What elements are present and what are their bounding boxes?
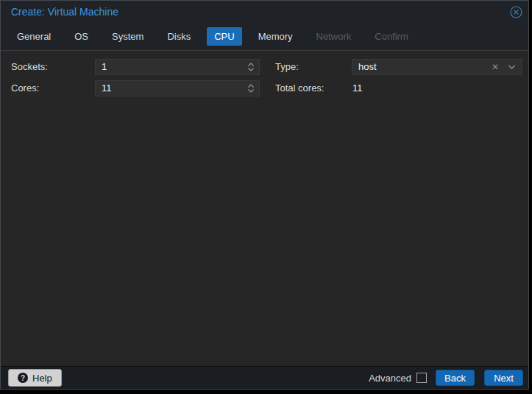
sockets-value[interactable]: 1 xyxy=(96,60,243,74)
tab-confirm: Confirm xyxy=(367,27,416,46)
type-label: Type: xyxy=(275,59,299,75)
tab-cpu[interactable]: CPU xyxy=(207,27,241,46)
chevron-up-icon xyxy=(247,62,255,67)
clear-icon[interactable]: ✕ xyxy=(486,60,505,74)
create-vm-dialog: Create: Virtual Machine General OS Syste… xyxy=(0,0,529,390)
tab-os[interactable]: OS xyxy=(67,27,96,46)
total-cores-value: 11 xyxy=(352,80,363,96)
help-button[interactable]: ? Help xyxy=(8,369,62,387)
close-icon[interactable] xyxy=(509,5,522,18)
tab-network: Network xyxy=(309,27,359,46)
tab-general[interactable]: General xyxy=(10,27,58,46)
dialog-title: Create: Virtual Machine xyxy=(11,6,509,18)
tab-system[interactable]: System xyxy=(104,27,151,46)
advanced-checkbox[interactable] xyxy=(416,373,427,383)
sockets-spinner[interactable]: 1 xyxy=(95,59,260,75)
next-button[interactable]: Next xyxy=(484,370,523,386)
cores-spinner[interactable]: 11 xyxy=(95,80,260,96)
tab-disks[interactable]: Disks xyxy=(160,27,198,46)
chevron-down-icon xyxy=(247,67,255,72)
chevron-up-icon xyxy=(247,83,255,88)
advanced-label: Advanced xyxy=(369,373,411,384)
footer-actions: Advanced Back Next xyxy=(369,367,523,389)
help-button-label: Help xyxy=(32,373,52,384)
dialog-titlebar: Create: Virtual Machine xyxy=(1,1,528,23)
total-cores-label: Total cores: xyxy=(275,80,324,96)
sockets-spinner-buttons[interactable] xyxy=(243,60,259,74)
back-button[interactable]: Back xyxy=(436,370,475,386)
chevron-down-icon[interactable] xyxy=(505,64,522,70)
type-combobox[interactable]: host ✕ xyxy=(352,59,522,75)
cpu-form-panel: Sockets: 1 Type: host ✕ Cores: 11 xyxy=(1,51,528,366)
cores-label: Cores: xyxy=(11,80,39,96)
chevron-down-icon xyxy=(247,88,255,94)
dialog-footer: ? Help Advanced Back Next xyxy=(1,366,528,389)
type-combo-tools: ✕ xyxy=(486,60,522,74)
cores-value[interactable]: 11 xyxy=(96,81,243,96)
sockets-label: Sockets: xyxy=(11,59,48,75)
cores-spinner-buttons[interactable] xyxy=(243,81,259,96)
type-value[interactable]: host xyxy=(352,60,486,74)
wizard-tabstrip: General OS System Disks CPU Memory Netwo… xyxy=(1,23,528,51)
tab-memory[interactable]: Memory xyxy=(251,27,300,46)
question-circle-icon: ? xyxy=(18,373,28,383)
